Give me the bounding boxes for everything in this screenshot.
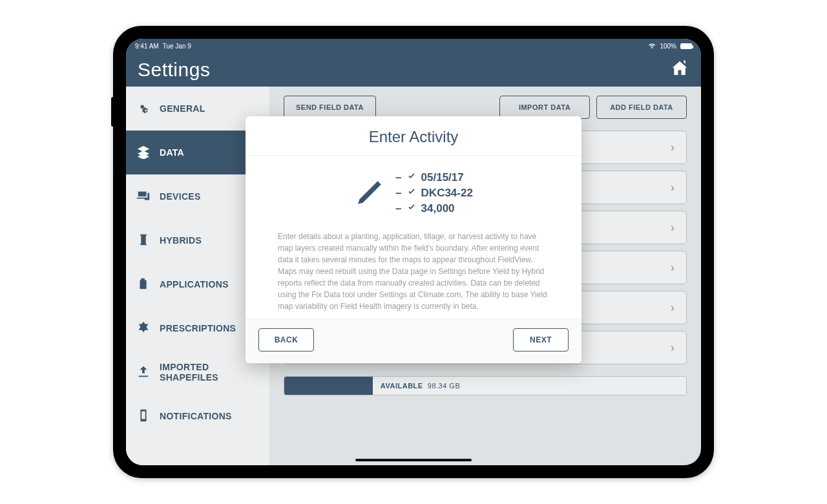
- status-bar: 9:41 AM Tue Jan 9 100%: [126, 39, 701, 53]
- activity-line-value: DKC34-22: [421, 187, 473, 200]
- sidebar-item-label: DEVICES: [160, 191, 201, 202]
- sidebar-item-label: HYBRIDS: [160, 235, 202, 246]
- chevron-right-icon: ›: [671, 221, 675, 235]
- activity-line: – 05/15/17: [395, 171, 473, 184]
- rx-icon: [136, 320, 151, 337]
- activity-line-value: 34,000: [421, 202, 455, 215]
- chevron-right-icon: ›: [671, 301, 675, 315]
- chevron-right-icon: ›: [671, 181, 675, 194]
- next-button[interactable]: NEXT: [513, 328, 569, 352]
- import-data-button[interactable]: IMPORT DATA: [499, 96, 590, 119]
- sidebar-item-label: NOTIFICATIONS: [160, 411, 232, 421]
- layers-icon: [136, 145, 151, 161]
- enter-activity-modal: Enter Activity – 05/15/17: [246, 116, 581, 363]
- chevron-right-icon: ›: [671, 141, 675, 154]
- import-icon: [136, 364, 151, 381]
- battery-icon: [680, 43, 692, 49]
- devices-icon: [136, 189, 151, 205]
- page-title: Settings: [138, 59, 210, 81]
- seed-bag-icon: [136, 233, 151, 249]
- phone-icon: [136, 408, 151, 425]
- activity-line: – DKC34-22: [395, 187, 473, 200]
- activity-line-value: 05/15/17: [421, 171, 464, 184]
- storage-available-value: 98.34 GB: [428, 382, 460, 390]
- tablet-frame: 9:41 AM Tue Jan 9 100% Settings: [113, 26, 714, 478]
- screen: 9:41 AM Tue Jan 9 100% Settings: [126, 39, 701, 465]
- status-date: Tue Jan 9: [163, 43, 191, 50]
- check-icon: [407, 187, 416, 200]
- back-button[interactable]: BACK: [258, 328, 314, 352]
- sidebar-item-label: PRESCRIPTIONS: [160, 323, 236, 333]
- app-header: Settings: [126, 53, 701, 87]
- home-indicator: [355, 459, 472, 461]
- activity-graphic: – 05/15/17 – DKC34-22 –: [278, 171, 549, 215]
- storage-used-fill: [284, 377, 373, 395]
- activity-line: – 34,000: [395, 202, 473, 215]
- sidebar-item-label: GENERAL: [160, 103, 205, 114]
- send-field-data-button[interactable]: SEND FIELD DATA: [284, 96, 376, 119]
- modal-description: Enter details about a planting, applicat…: [278, 231, 549, 312]
- storage-available-label: AVAILABLE: [381, 382, 423, 390]
- sidebar-item-label: IMPORTED SHAPEFILES: [160, 362, 259, 383]
- status-time: 9:41 AM: [135, 43, 159, 50]
- toolbar: SEND FIELD DATA IMPORT DATA ADD FIELD DA…: [284, 96, 687, 119]
- chevron-right-icon: ›: [671, 341, 675, 355]
- modal-title: Enter Activity: [246, 116, 581, 156]
- check-icon: [407, 171, 416, 184]
- check-icon: [407, 202, 416, 215]
- sidebar-item-label: DATA: [160, 147, 184, 158]
- jug-icon: [136, 277, 151, 293]
- sidebar-item-label: APPLICATIONS: [160, 279, 229, 289]
- add-field-data-button[interactable]: ADD FIELD DATA: [596, 96, 687, 119]
- pencil-icon: [354, 176, 386, 211]
- gears-icon: [136, 101, 151, 117]
- home-icon[interactable]: [670, 59, 689, 81]
- storage-bar: AVAILABLE 98.34 GB: [284, 376, 687, 395]
- chevron-right-icon: ›: [671, 261, 675, 275]
- sidebar-item-notifications[interactable]: NOTIFICATIONS: [126, 394, 269, 438]
- status-battery-pct: 100%: [660, 43, 676, 50]
- wifi-icon: [648, 41, 656, 50]
